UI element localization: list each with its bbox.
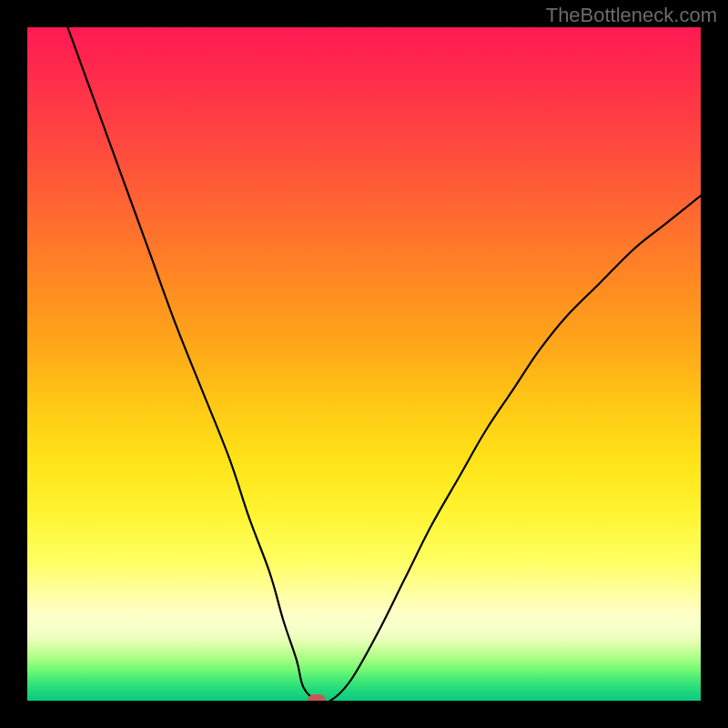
optimum-marker-icon (308, 694, 326, 701)
curve-svg (27, 27, 701, 701)
watermark-text: TheBottleneck.com (546, 4, 717, 27)
bottleneck-curve (67, 27, 701, 701)
plot-area (27, 27, 701, 701)
chart-container: TheBottleneck.com (0, 0, 728, 728)
